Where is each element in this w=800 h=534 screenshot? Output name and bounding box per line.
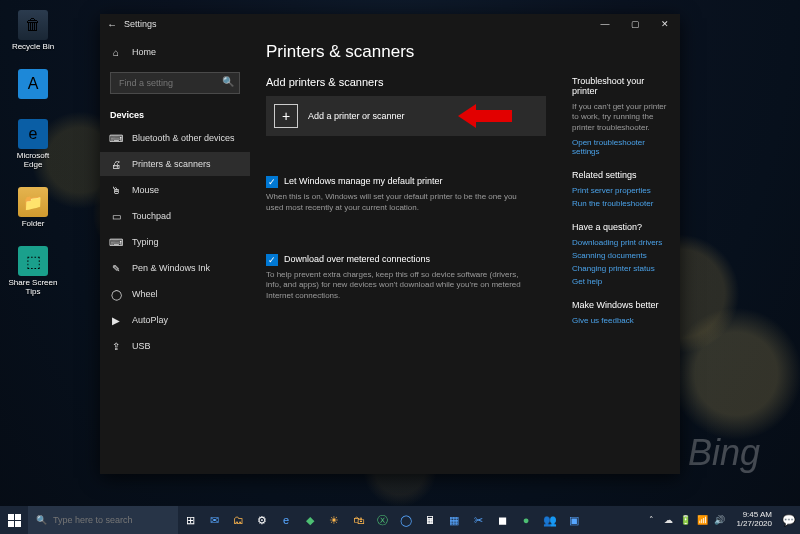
run-troubleshooter-link[interactable]: Run the troubleshooter bbox=[572, 199, 670, 208]
app-icon[interactable]: ▣ bbox=[562, 506, 586, 534]
scanning-documents-link[interactable]: Scanning documents bbox=[572, 251, 670, 260]
settings-window: ← Settings — ▢ ✕ ⌂ Home 🔍 Devices ⌨Bluet… bbox=[100, 14, 680, 474]
taskbar: 🔍 ⊞ ✉ 🗂 ⚙ e ◆ ☀ 🛍 ⓧ ◯ 🖩 ▦ ✂ ◼ ● 👥 ▣ ˄ ☁ … bbox=[0, 506, 800, 534]
xbox-icon[interactable]: ⓧ bbox=[370, 506, 394, 534]
add-printer-button[interactable]: + Add a printer or scanner bbox=[266, 96, 546, 136]
tray-expand-icon[interactable]: ˄ bbox=[644, 506, 658, 534]
windows-logo-icon bbox=[8, 514, 21, 527]
calculator-icon[interactable]: 🖩 bbox=[418, 506, 442, 534]
system-tray: ˄ ☁ 🔋 📶 🔊 bbox=[644, 506, 730, 534]
rail-troubleshoot-desc: If you can't get your printer to work, t… bbox=[572, 102, 670, 133]
home-label: Home bbox=[132, 47, 156, 57]
sidebar-item-printers[interactable]: 🖨Printers & scanners bbox=[100, 152, 250, 176]
settings-task-icon[interactable]: ⚙ bbox=[250, 506, 274, 534]
add-printer-label: Add a printer or scanner bbox=[308, 111, 405, 121]
taskbar-clock[interactable]: 9:45 AM 1/27/2020 bbox=[730, 511, 778, 529]
wheel-icon: ◯ bbox=[110, 289, 122, 300]
sidebar-item-wheel[interactable]: ◯Wheel bbox=[100, 282, 250, 306]
keyboard-icon: ⌨ bbox=[110, 237, 122, 248]
calendar-icon[interactable]: ▦ bbox=[442, 506, 466, 534]
autoplay-icon: ▶ bbox=[110, 315, 122, 326]
sidebar-item-mouse[interactable]: 🖱Mouse bbox=[100, 178, 250, 202]
pen-icon: ✎ bbox=[110, 263, 122, 274]
search-icon: 🔍 bbox=[222, 76, 234, 87]
rail-related-title: Related settings bbox=[572, 170, 670, 180]
close-button[interactable]: ✕ bbox=[650, 14, 680, 34]
home-icon: ⌂ bbox=[110, 47, 122, 58]
desktop-shortcut[interactable]: A bbox=[8, 69, 58, 101]
tray-volume-icon[interactable]: 🔊 bbox=[712, 506, 726, 534]
sidebar-item-label: Pen & Windows Ink bbox=[132, 263, 210, 273]
give-feedback-link[interactable]: Give us feedback bbox=[572, 316, 670, 325]
sidebar-item-autoplay[interactable]: ▶AutoPlay bbox=[100, 308, 250, 332]
checkbox-checked-icon: ✓ bbox=[266, 176, 278, 188]
metered-checkbox[interactable]: ✓ Download over metered connections bbox=[266, 254, 546, 266]
sidebar-item-bluetooth[interactable]: ⌨Bluetooth & other devices bbox=[100, 126, 250, 150]
maximize-button[interactable]: ▢ bbox=[620, 14, 650, 34]
print-server-properties-link[interactable]: Print server properties bbox=[572, 186, 670, 195]
task-icons: ⊞ ✉ 🗂 ⚙ e ◆ ☀ 🛍 ⓧ ◯ 🖩 ▦ ✂ ◼ ● 👥 ▣ bbox=[178, 506, 586, 534]
get-help-link[interactable]: Get help bbox=[572, 277, 670, 286]
page-title: Printers & scanners bbox=[266, 42, 546, 62]
sidebar-item-label: Typing bbox=[132, 237, 159, 247]
sidebar-group-header: Devices bbox=[100, 104, 250, 124]
action-center-icon[interactable]: 💬 bbox=[778, 506, 800, 534]
right-rail: Troubleshoot your printer If you can't g… bbox=[562, 34, 680, 474]
task-view-icon[interactable]: ⊞ bbox=[178, 506, 202, 534]
teams-icon[interactable]: 👥 bbox=[538, 506, 562, 534]
printer-icon: 🖨 bbox=[110, 159, 122, 170]
back-button[interactable]: ← bbox=[100, 19, 124, 30]
mouse-icon: 🖱 bbox=[110, 185, 122, 196]
sidebar-item-pen[interactable]: ✎Pen & Windows Ink bbox=[100, 256, 250, 280]
titlebar[interactable]: ← Settings — ▢ ✕ bbox=[100, 14, 680, 34]
app-icon[interactable]: ◆ bbox=[298, 506, 322, 534]
section-add: Add printers & scanners bbox=[266, 76, 546, 88]
sidebar-item-typing[interactable]: ⌨Typing bbox=[100, 230, 250, 254]
taskbar-search-input[interactable] bbox=[53, 515, 168, 525]
minimize-button[interactable]: — bbox=[590, 14, 620, 34]
default-printer-desc: When this is on, Windows will set your d… bbox=[266, 192, 526, 214]
sidebar-item-label: Mouse bbox=[132, 185, 159, 195]
home-row[interactable]: ⌂ Home bbox=[100, 40, 250, 64]
store-icon[interactable]: 🛍 bbox=[346, 506, 370, 534]
taskbar-search[interactable]: 🔍 bbox=[28, 506, 178, 534]
usb-icon: ⇪ bbox=[110, 341, 122, 352]
app-icon[interactable]: ☀ bbox=[322, 506, 346, 534]
snip-icon[interactable]: ✂ bbox=[466, 506, 490, 534]
sidebar-item-label: AutoPlay bbox=[132, 315, 168, 325]
share-screen-tips-shortcut[interactable]: ⬚Share Screen Tips bbox=[8, 246, 58, 296]
edge-task-icon[interactable]: e bbox=[274, 506, 298, 534]
folder-shortcut[interactable]: 📁Folder bbox=[8, 187, 58, 228]
edge-shortcut[interactable]: eMicrosoft Edge bbox=[8, 119, 58, 169]
rail-better-title: Make Windows better bbox=[572, 300, 670, 310]
sidebar-item-touchpad[interactable]: ▭Touchpad bbox=[100, 204, 250, 228]
app-icon[interactable]: ◼ bbox=[490, 506, 514, 534]
annotation-arrow bbox=[458, 104, 512, 128]
cortana-icon[interactable]: ◯ bbox=[394, 506, 418, 534]
search-field[interactable]: 🔍 bbox=[110, 72, 240, 94]
file-explorer-icon[interactable]: 🗂 bbox=[226, 506, 250, 534]
sidebar: ⌂ Home 🔍 Devices ⌨Bluetooth & other devi… bbox=[100, 34, 250, 474]
sidebar-item-label: USB bbox=[132, 341, 151, 351]
tray-wifi-icon[interactable]: 📶 bbox=[695, 506, 709, 534]
open-troubleshooter-link[interactable]: Open troubleshooter settings bbox=[572, 138, 670, 156]
touchpad-icon: ▭ bbox=[110, 211, 122, 222]
start-button[interactable] bbox=[0, 506, 28, 534]
search-input[interactable] bbox=[110, 72, 240, 94]
recycle-bin-icon[interactable]: 🗑Recycle Bin bbox=[8, 10, 58, 51]
mail-icon[interactable]: ✉ bbox=[202, 506, 226, 534]
sidebar-item-label: Bluetooth & other devices bbox=[132, 133, 235, 143]
download-drivers-link[interactable]: Downloading print drivers bbox=[572, 238, 670, 247]
default-printer-checkbox[interactable]: ✓ Let Windows manage my default printer bbox=[266, 176, 546, 188]
bing-watermark: Bing bbox=[688, 432, 760, 474]
tray-battery-icon[interactable]: 🔋 bbox=[678, 506, 692, 534]
tray-cloud-icon[interactable]: ☁ bbox=[661, 506, 675, 534]
rail-question-title: Have a question? bbox=[572, 222, 670, 232]
changing-printer-status-link[interactable]: Changing printer status bbox=[572, 264, 670, 273]
rail-troubleshoot-title: Troubleshoot your printer bbox=[572, 76, 670, 96]
sidebar-item-usb[interactable]: ⇪USB bbox=[100, 334, 250, 358]
window-title: Settings bbox=[124, 19, 157, 29]
sidebar-item-label: Touchpad bbox=[132, 211, 171, 221]
checkbox-checked-icon: ✓ bbox=[266, 254, 278, 266]
app-icon[interactable]: ● bbox=[514, 506, 538, 534]
